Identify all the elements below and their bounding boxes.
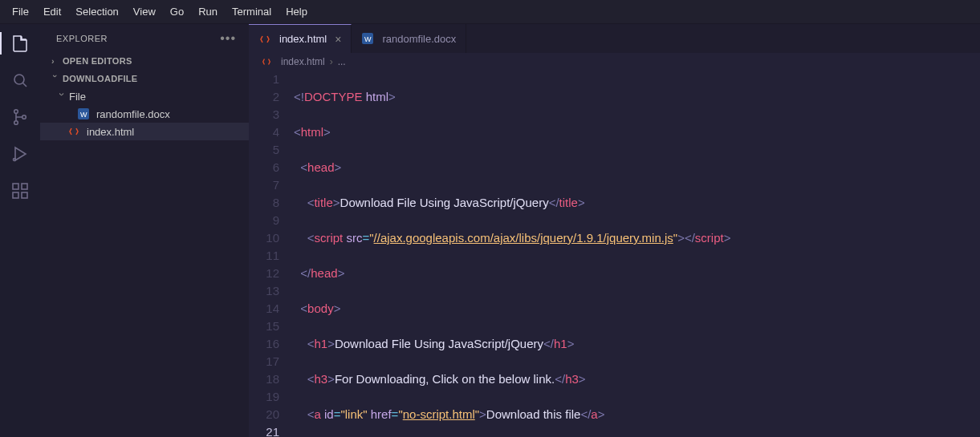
svg-point-2 xyxy=(14,121,18,125)
code-content[interactable]: <!DOCTYPE html> <html> <head> <title>Dow… xyxy=(294,71,980,437)
explorer-icon[interactable] xyxy=(9,32,31,55)
menu-run[interactable]: Run xyxy=(191,6,225,18)
svg-point-0 xyxy=(14,75,24,84)
folder-root[interactable]: › DOWNLOADFILE xyxy=(40,70,249,87)
search-icon[interactable] xyxy=(9,69,31,91)
source-control-icon[interactable] xyxy=(9,106,31,128)
svg-point-1 xyxy=(14,110,18,114)
tab-label: randomfile.docx xyxy=(382,33,456,45)
breadcrumb[interactable]: index.html › ... xyxy=(249,53,980,71)
run-debug-icon[interactable] xyxy=(9,143,31,165)
word-file-icon: W xyxy=(361,32,374,45)
line-gutter: 123456789101112131415161718192021 xyxy=(249,71,294,437)
file-randomfile[interactable]: W randomfile.docx xyxy=(40,105,249,123)
svg-point-4 xyxy=(14,159,16,161)
svg-text:W: W xyxy=(80,111,87,119)
code-editor[interactable]: 123456789101112131415161718192021 <!DOCT… xyxy=(249,71,980,437)
menu-edit[interactable]: Edit xyxy=(36,6,68,18)
extensions-icon[interactable] xyxy=(9,180,31,202)
editor-group: index.html × W randomfile.docx index.htm… xyxy=(249,24,980,437)
open-editors-section[interactable]: › OPEN EDITORS xyxy=(40,52,249,70)
tab-bar: index.html × W randomfile.docx xyxy=(249,24,980,53)
menu-terminal[interactable]: Terminal xyxy=(225,6,279,18)
chevron-down-icon: › xyxy=(51,75,60,83)
folder-file[interactable]: › File xyxy=(40,87,249,105)
explorer-tree: › OPEN EDITORS › DOWNLOADFILE › File W r… xyxy=(40,52,249,140)
folder-label: File xyxy=(69,91,86,103)
open-editors-label: OPEN EDITORS xyxy=(63,56,132,66)
file-index-html[interactable]: index.html xyxy=(40,123,249,140)
chevron-right-icon: › xyxy=(330,56,333,67)
menu-view[interactable]: View xyxy=(126,6,163,18)
chevron-right-icon: › xyxy=(51,56,59,66)
activity-bar xyxy=(0,24,40,437)
tab-randomfile-docx[interactable]: W randomfile.docx xyxy=(352,24,466,53)
html-file-icon xyxy=(258,33,271,46)
sidebar-more-icon[interactable]: ••• xyxy=(220,31,236,46)
menu-file[interactable]: File xyxy=(5,6,36,18)
menu-help[interactable]: Help xyxy=(279,6,315,18)
crumb-more: ... xyxy=(338,56,346,67)
tab-index-html[interactable]: index.html × xyxy=(249,24,352,53)
svg-text:W: W xyxy=(364,35,372,43)
file-label: index.html xyxy=(87,126,134,138)
crumb-file: index.html xyxy=(281,56,325,67)
svg-rect-8 xyxy=(22,184,27,189)
svg-rect-7 xyxy=(22,192,27,198)
close-icon[interactable]: × xyxy=(335,33,341,46)
menu-go[interactable]: Go xyxy=(163,6,191,18)
file-label: randomfile.docx xyxy=(96,108,170,120)
sidebar-title: EXPLORER xyxy=(56,34,108,43)
word-file-icon: W xyxy=(77,107,90,120)
menu-selection[interactable]: Selection xyxy=(68,6,125,18)
tab-label: index.html xyxy=(279,33,327,45)
svg-rect-6 xyxy=(13,192,18,198)
menu-bar: File Edit Selection View Go Run Terminal… xyxy=(0,0,980,24)
svg-rect-5 xyxy=(13,184,18,189)
svg-point-3 xyxy=(22,115,26,119)
folder-root-label: DOWNLOADFILE xyxy=(63,74,137,83)
chevron-down-icon: › xyxy=(56,92,68,100)
side-bar: EXPLORER ••• › OPEN EDITORS › DOWNLOADFI… xyxy=(40,24,249,437)
html-file-icon xyxy=(67,125,80,138)
html-file-icon xyxy=(260,55,273,68)
